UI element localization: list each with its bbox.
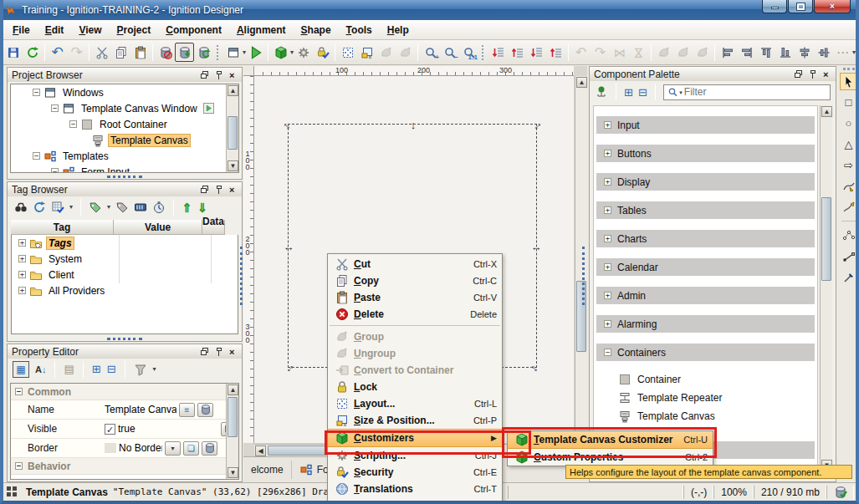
filter-search-box[interactable]: ▾ [663,84,831,100]
close-icon[interactable]: × [229,71,238,79]
edit-tags-dropdown[interactable]: ▾ [69,204,73,211]
title-bar[interactable]: Training - Ignition-TRAINING-2 - Ignitio… [0,0,859,20]
flip-horizontal-button[interactable]: ⋈ [610,43,629,62]
menu-item-security[interactable]: Security Ctrl-E [328,464,502,481]
save-button[interactable] [3,43,23,62]
eyedropper-tool[interactable] [840,268,857,286]
tree-item-template-canvas-window[interactable]: − Template Canvas Window [11,100,238,116]
align-right-button[interactable] [737,43,756,62]
tree-item-client[interactable]: + Client [12,267,238,283]
expand-all-icon[interactable]: ⊞ [92,364,101,374]
category-admin[interactable]: +Admin [596,287,815,304]
filter-properties-icon[interactable] [134,363,147,376]
gateway-connection-icon[interactable] [826,486,854,499]
close-icon[interactable]: × [229,348,238,356]
pencil-tool[interactable] [840,198,857,216]
category-display[interactable]: +Display [596,173,815,191]
gears-button[interactable] [294,43,313,62]
menu-item-scripting[interactable]: Scripting... Ctrl-J [328,447,502,464]
rotate-cw-button[interactable]: ↷ [591,43,610,62]
toolbar-overflow-chevron[interactable]: » [856,46,859,59]
column-datatype[interactable]: Data ... [202,220,225,235]
binding-icon[interactable] [202,441,217,456]
border-editor-icon[interactable]: ❏ [183,441,199,456]
border-value[interactable]: No Border [119,442,162,454]
zoom-actual-button[interactable]: 1:1 [459,43,478,62]
float-icon[interactable] [201,71,209,79]
left-splitter[interactable] [240,247,243,305]
shape-subtract-button[interactable] [693,43,712,62]
tree-item-system[interactable]: + System [12,251,238,267]
scroll-up-icon[interactable]: ▲ [228,85,238,96]
resize-handle-e[interactable]: ↔ [529,240,543,253]
ellipse-tool[interactable]: ○ [840,115,857,132]
category-input[interactable]: +Input [596,116,815,134]
component-cube-button[interactable] [271,43,290,62]
scrollbar-thumb[interactable] [268,445,336,456]
menu-item-translations[interactable]: Translations Ctrl-T [328,481,502,497]
move-backward-button[interactable] [488,43,508,62]
expand-icon[interactable]: + [604,320,611,328]
cut-button[interactable] [92,43,111,62]
edit-tags-icon[interactable] [51,201,64,214]
db-read-write-button[interactable] [175,43,194,62]
pin-icon[interactable] [215,71,223,79]
paste-button[interactable] [130,43,150,62]
select-box-button[interactable] [357,43,376,62]
redo-button[interactable]: ↷ [67,43,86,62]
menu-view[interactable]: View [71,22,109,38]
scrollbar-thumb[interactable] [576,281,586,352]
column-value[interactable]: Value [114,220,202,235]
expand-icon[interactable]: + [604,263,611,271]
resize-handle-se[interactable]: ↔ [527,358,546,377]
submenu-item-custom-properties[interactable]: Custom Properties Ctrl-2 [508,449,713,466]
arrow-tool[interactable]: ⇨ [840,156,857,174]
tree-item-windows[interactable]: − Windows [11,84,238,100]
menu-help[interactable]: Help [380,22,417,38]
flip-vertical-button[interactable]: ⋈ [629,43,648,62]
expand-icon[interactable]: + [604,206,611,214]
tree-item-form-input[interactable]: − Form Input [11,164,238,173]
tree-item-all-providers[interactable]: + All Providers [12,283,238,298]
menu-item-copy[interactable]: Copy Ctrl-C [328,272,502,289]
close-icon[interactable]: × [823,70,831,79]
rectangle-tool[interactable]: □ [840,94,857,111]
expand-icon[interactable]: + [18,239,26,247]
align-left-button[interactable] [718,43,737,62]
menu-item-customizers[interactable]: Customizers ▶ [328,429,502,447]
expand-icon[interactable]: + [604,178,611,186]
category-tables[interactable]: +Tables [596,201,815,219]
center-horizontal-button[interactable] [795,43,814,62]
scroll-up-icon[interactable]: ▲ [821,106,832,117]
scroll-up-icon[interactable]: ▲ [576,77,587,88]
scroll-down-icon[interactable]: ▼ [228,160,238,171]
add-tag-icon[interactable] [89,201,102,214]
categorized-view-icon[interactable]: ▦ [13,361,29,378]
toolbar-drag-grip[interactable] [843,68,855,70]
pin-icon[interactable] [215,348,223,356]
menu-alignment[interactable]: Alignment [229,22,294,38]
shape-union-button[interactable] [654,43,673,62]
canvas-vertical-scrollbar[interactable]: ▲ ▼ [575,76,587,443]
export-tags-icon[interactable]: ⇓ [197,201,208,214]
expand-icon[interactable]: + [604,121,611,129]
zoom-out-button[interactable]: − [440,43,459,62]
property-editor-title-bar[interactable]: Property Editor × [8,344,242,359]
menu-shape[interactable]: Shape [294,22,339,38]
filter-input[interactable] [684,86,826,98]
expand-icon[interactable]: + [604,150,611,157]
shape-intersect-button[interactable] [673,43,693,62]
menu-project[interactable]: Project [110,22,159,38]
collapse-icon[interactable]: − [69,120,77,128]
selection-tool[interactable] [840,73,857,90]
collapse-icon[interactable]: − [51,104,59,112]
tag-browser-title-bar[interactable]: Tag Browser × [8,182,242,196]
expand-icon[interactable]: + [18,271,26,278]
collapse-icon[interactable]: − [604,349,611,356]
collapse-icon[interactable]: − [15,388,23,395]
center-vertical-button[interactable] [814,43,833,62]
scrollbar-thumb[interactable] [228,397,238,437]
opc-browse-icon[interactable] [134,201,147,214]
scrollbar-thumb[interactable] [821,197,831,281]
undo-button[interactable]: ↶ [48,43,67,62]
